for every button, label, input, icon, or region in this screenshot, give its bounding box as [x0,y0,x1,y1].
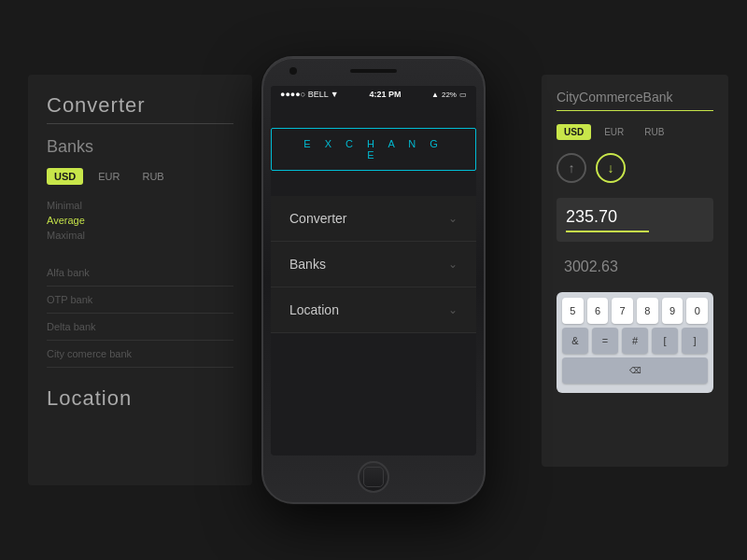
menu-item-converter-label: Converter [289,211,346,226]
right-bank-name: CityCommerceBank [557,90,713,105]
rate-minimal: Minimal [47,200,233,211]
chevron-down-icon: ⌄ [448,212,458,225]
chevron-down-icon: ⌄ [448,258,458,271]
battery-percentage: 22% [442,91,457,99]
menu-item-banks-label: Banks [289,257,326,272]
phone: ●●●●○ BELL ▼ 4:21 PM ▲ 22% ▭ E X C H A N… [261,56,486,504]
phone-speaker [350,69,397,73]
left-panel-divider [47,123,233,124]
key-8[interactable]: 8 [637,298,658,324]
exchange-area: E X C H A N G E [271,103,476,196]
location-title: Location [47,386,233,411]
power-button[interactable] [485,142,486,185]
phone-camera [289,67,297,75]
chevron-down-icon: ⌄ [448,303,458,316]
key-lbracket[interactable]: [ [652,328,678,354]
right-currency-tabs: USD EUR RUB [557,124,713,140]
wifi-icon: ▲ [431,91,439,99]
background-right-panel: CityCommerceBank USD EUR RUB ↑ ↓ 235.70 … [542,75,728,467]
phone-body: ●●●●○ BELL ▼ 4:21 PM ▲ 22% ▭ E X C H A N… [261,56,486,504]
circle-btn-1[interactable]: ↑ [557,153,586,183]
left-panel-title: Converter [47,93,233,118]
key-backspace[interactable]: ⌫ [562,357,708,384]
battery-text: ▲ 22% ▭ [431,91,467,99]
key-rbracket[interactable]: ] [682,328,708,354]
key-7[interactable]: 7 [612,298,633,324]
key-eq[interactable]: = [592,328,618,354]
key-amp[interactable]: & [562,328,588,354]
menu-section: Converter ⌄ Banks ⌄ Location ⌄ [271,196,476,333]
bank-item[interactable]: Delta bank [47,314,233,341]
rate-labels: Minimal Average Maximal [47,200,233,241]
bank-item[interactable]: City comerce bank [47,341,233,368]
carrier-text: ●●●●○ BELL ▼ [280,90,339,99]
amount-value: 235.70 [566,207,704,227]
menu-item-converter[interactable]: Converter ⌄ [271,196,476,242]
volume-down-button[interactable] [261,168,262,196]
time-text: 4:21 PM [369,90,401,99]
rate-maximal: Maximal [47,230,233,241]
currency-tabs: USD EUR RUB [47,168,233,185]
keyboard-row-3: ⌫ [562,357,708,384]
menu-item-location-label: Location [289,302,339,317]
key-9[interactable]: 9 [662,298,684,324]
banks-section-title: Banks [47,137,233,157]
keyboard-row-1: 5 6 7 8 9 0 [562,298,708,324]
bank-item[interactable]: OTP bank [47,287,233,314]
keyboard-row-2: & = # [ ] [562,328,708,354]
menu-item-location[interactable]: Location ⌄ [271,287,476,333]
circle-buttons: ↑ ↓ [557,153,713,183]
home-button[interactable] [358,461,389,493]
right-tab-usd[interactable]: USD [557,124,591,140]
bank-list: Alfa bank OTP bank Delta bank City comer… [47,259,233,368]
amount-bar [566,231,649,232]
keyboard: 5 6 7 8 9 0 & = # [ ] ⌫ [557,292,713,393]
status-bar: ●●●●○ BELL ▼ 4:21 PM ▲ 22% ▭ [271,86,476,103]
volume-up-button[interactable] [261,133,262,161]
background-left-panel: Converter Banks USD EUR RUB Minimal Aver… [28,75,252,485]
key-hash[interactable]: # [622,328,648,354]
right-panel-divider [557,110,713,111]
converted-value: 3002.63 [557,251,713,283]
home-button-inner [363,467,384,487]
key-5[interactable]: 5 [562,298,584,324]
right-tab-rub[interactable]: RUB [637,124,671,140]
bank-item[interactable]: Alfa bank [47,259,233,287]
key-0[interactable]: 0 [686,298,708,324]
battery-icon: ▭ [459,91,467,99]
right-tab-eur[interactable]: EUR [597,124,631,140]
circle-btn-2[interactable]: ↓ [596,153,626,183]
key-6[interactable]: 6 [587,298,609,324]
phone-screen: ●●●●○ BELL ▼ 4:21 PM ▲ 22% ▭ E X C H A N… [271,86,476,455]
amount-input-area: 235.70 [557,198,713,242]
currency-tab-rub[interactable]: RUB [134,168,171,185]
currency-tab-eur[interactable]: EUR [91,168,127,185]
exchange-button[interactable]: E X C H A N G E [271,128,476,171]
rate-average: Average [47,215,233,226]
menu-item-banks[interactable]: Banks ⌄ [271,242,476,287]
currency-tab-usd[interactable]: USD [47,168,83,185]
